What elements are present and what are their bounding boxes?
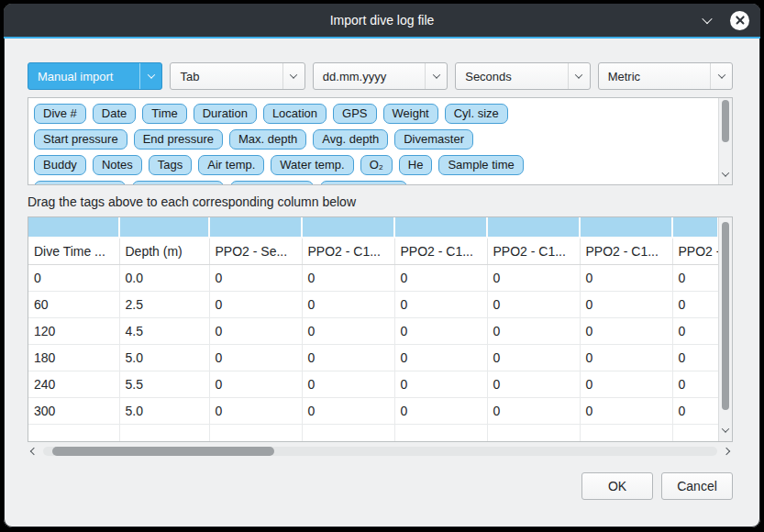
column-drop-target[interactable]	[119, 217, 209, 238]
tag-pool: Dive # Date Time Duration Location GPS W…	[28, 97, 733, 185]
units-select[interactable]: Metric	[598, 62, 733, 90]
close-button[interactable]	[730, 11, 749, 30]
ok-button[interactable]: OK	[581, 472, 653, 500]
tag-divemaster[interactable]: Divemaster	[394, 129, 473, 150]
table-row: 0 0.0 0 0 0 0 0 0	[28, 264, 718, 291]
table-cell: 0	[302, 344, 394, 371]
tag-sample-po2[interactable]: Sample pO₂	[230, 181, 313, 184]
table-cell: 0	[209, 264, 302, 291]
scroll-left-button[interactable]	[28, 445, 40, 458]
tag-sample-time[interactable]: Sample time	[438, 155, 523, 175]
units-value: Metric	[599, 70, 710, 83]
table-cell: 5.5	[119, 371, 209, 397]
table-header-cell: PPO2 - C1...	[580, 238, 672, 264]
tag-end-pressure[interactable]: End pressure	[134, 129, 223, 150]
scroll-down-button[interactable]	[723, 164, 728, 181]
table-cell: 2.5	[119, 291, 209, 317]
table-cell: 0	[487, 291, 580, 317]
column-drop-target[interactable]	[209, 217, 302, 238]
column-drop-target[interactable]	[394, 217, 487, 238]
time-format-select[interactable]: Seconds	[455, 62, 590, 90]
tag-dive-number[interactable]: Dive #	[34, 104, 86, 124]
scroll-right-button[interactable]	[720, 445, 733, 458]
tag-gps[interactable]: GPS	[333, 104, 376, 124]
tag-pool-scrollbar[interactable]	[718, 98, 732, 184]
table-cell: 0	[394, 291, 487, 317]
column-drop-target[interactable]	[302, 217, 394, 238]
table-cell: 0	[394, 317, 487, 344]
chevron-down-icon	[575, 71, 582, 78]
tag-cyl-size[interactable]: Cyl. size	[445, 104, 508, 124]
tag-sample-depth[interactable]: Sample depth	[34, 181, 126, 184]
titlebar[interactable]: Import dive log file	[4, 4, 760, 37]
column-drop-target[interactable]	[28, 217, 119, 238]
table-vertical-scrollbar[interactable]	[718, 217, 732, 441]
tag-sample-cns[interactable]: Sample CNS	[320, 181, 407, 184]
tag-date[interactable]: Date	[93, 104, 136, 124]
table-cell: 0	[487, 317, 580, 344]
shade-button[interactable]	[698, 11, 716, 29]
table-cell: 60	[28, 291, 119, 317]
table-cell: 0	[580, 397, 672, 424]
table-header-cell: PPO2 - Se...	[209, 238, 302, 264]
titlebar-controls	[698, 4, 749, 37]
table-cell: 0	[580, 317, 672, 344]
tag-tags[interactable]: Tags	[149, 155, 192, 175]
table-cell: 4.5	[119, 317, 209, 344]
table-row: 120 4.5 0 0 0 0 0 0	[28, 317, 718, 344]
table-cell: 0	[209, 317, 302, 344]
chevron-down-icon	[148, 71, 155, 78]
column-drop-target[interactable]	[672, 217, 718, 238]
table-cell: 120	[28, 317, 119, 344]
tag-pool-rows: Dive # Date Time Duration Location GPS W…	[28, 98, 717, 184]
tag-sample-temp[interactable]: Sample temp.	[132, 181, 224, 184]
table-cell: 0	[672, 317, 718, 344]
table-cell: 0	[302, 264, 394, 291]
tag-water-temp[interactable]: Water temp.	[271, 155, 353, 175]
scrollbar-thumb[interactable]	[722, 100, 729, 142]
import-mode-select[interactable]: Manual import	[28, 62, 162, 90]
table-cell: 180	[28, 344, 119, 371]
scrollbar-track[interactable]	[43, 447, 717, 456]
chevron-down-icon	[702, 14, 712, 24]
tag-duration[interactable]: Duration	[194, 104, 257, 124]
import-mode-value: Manual import	[28, 70, 139, 83]
table-cell: 0	[394, 371, 487, 397]
column-drop-target[interactable]	[580, 217, 672, 238]
drop-target-row	[28, 217, 718, 238]
tag-max-depth[interactable]: Max. depth	[229, 129, 306, 150]
table-cell: 0	[302, 397, 394, 424]
scrollbar-thumb[interactable]	[52, 447, 274, 456]
dialog-buttons: OK Cancel	[28, 472, 733, 500]
tag-start-pressure[interactable]: Start pressure	[34, 129, 127, 150]
tag-location[interactable]: Location	[263, 104, 327, 124]
date-format-select[interactable]: dd.mm.yyyy	[313, 62, 448, 90]
cancel-button[interactable]: Cancel	[661, 472, 733, 500]
tag-air-temp[interactable]: Air temp.	[198, 155, 264, 175]
tag-avg-depth[interactable]: Avg. depth	[313, 129, 388, 150]
tag-o2[interactable]: O₂	[360, 155, 393, 175]
table-header-cell: Dive Time ...	[28, 238, 119, 264]
table-header-cell: PPO2 - C1...	[302, 238, 394, 264]
table-cell: 240	[28, 371, 119, 397]
scroll-down-button[interactable]	[723, 420, 728, 437]
chevron-right-icon	[723, 448, 730, 455]
tag-buddy[interactable]: Buddy	[34, 155, 86, 175]
chevron-down-icon	[722, 169, 729, 176]
table-cell: 0.0	[119, 264, 209, 291]
tag-notes[interactable]: Notes	[93, 155, 142, 175]
scrollbar-thumb[interactable]	[722, 222, 729, 410]
tag-weight[interactable]: Weight	[383, 104, 438, 124]
tag-he[interactable]: He	[399, 155, 433, 175]
import-preview-table: Dive Time ... Depth (m) PPO2 - Se... PPO…	[28, 216, 733, 442]
table-horizontal-scrollbar[interactable]	[28, 445, 733, 458]
table-cell: 0	[209, 344, 302, 371]
date-format-value: dd.mm.yyyy	[314, 70, 425, 83]
import-options-row: Manual import Tab dd.mm.yyyy Seconds Met…	[28, 62, 733, 90]
table-cell: 0	[580, 264, 672, 291]
table-row: 240 5.5 0 0 0 0 0 0	[28, 371, 718, 397]
field-separator-select[interactable]: Tab	[170, 62, 304, 90]
tag-time[interactable]: Time	[142, 104, 186, 124]
chevron-down-icon	[290, 71, 297, 78]
column-drop-target[interactable]	[487, 217, 580, 238]
